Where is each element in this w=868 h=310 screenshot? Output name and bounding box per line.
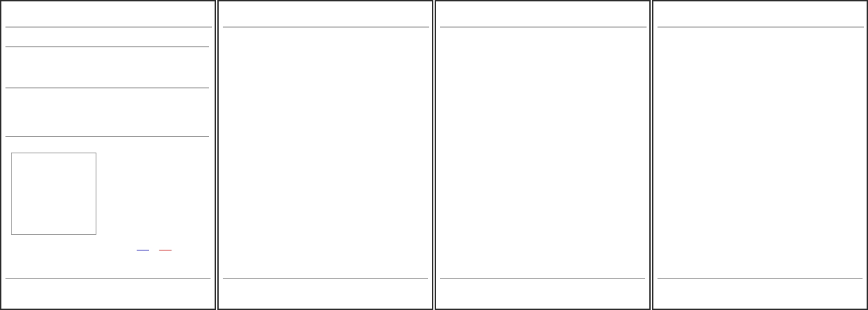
report-page-3 bbox=[435, 0, 651, 310]
inventfine-logo bbox=[6, 5, 74, 17]
divider bbox=[657, 27, 864, 27]
intensity-distribution-charts bbox=[223, 42, 428, 276]
curve-legend bbox=[97, 250, 213, 250]
divider bbox=[5, 47, 209, 47]
divider bbox=[5, 278, 211, 279]
divider bbox=[223, 27, 429, 27]
isolux-plot bbox=[657, 42, 863, 241]
report-page-2 bbox=[217, 0, 433, 310]
divider bbox=[657, 278, 863, 279]
inventfine-logo bbox=[441, 5, 509, 17]
c90-legend-line bbox=[159, 250, 172, 250]
divider bbox=[5, 27, 212, 27]
report-sheet bbox=[0, 0, 868, 310]
c0-legend-line bbox=[137, 250, 149, 250]
polar-intensity-chart-small bbox=[100, 147, 213, 250]
inventfine-logo bbox=[658, 5, 727, 17]
divider bbox=[5, 136, 209, 137]
polar-intensity-chart-cdklm bbox=[440, 41, 645, 246]
divider bbox=[223, 278, 428, 279]
divider bbox=[5, 88, 209, 88]
inventfine-logo bbox=[223, 5, 292, 17]
luminaire-picture-box bbox=[11, 153, 96, 235]
report-page-4 bbox=[652, 0, 868, 310]
divider bbox=[440, 278, 645, 279]
divider bbox=[440, 27, 647, 27]
report-page-1 bbox=[0, 0, 216, 310]
